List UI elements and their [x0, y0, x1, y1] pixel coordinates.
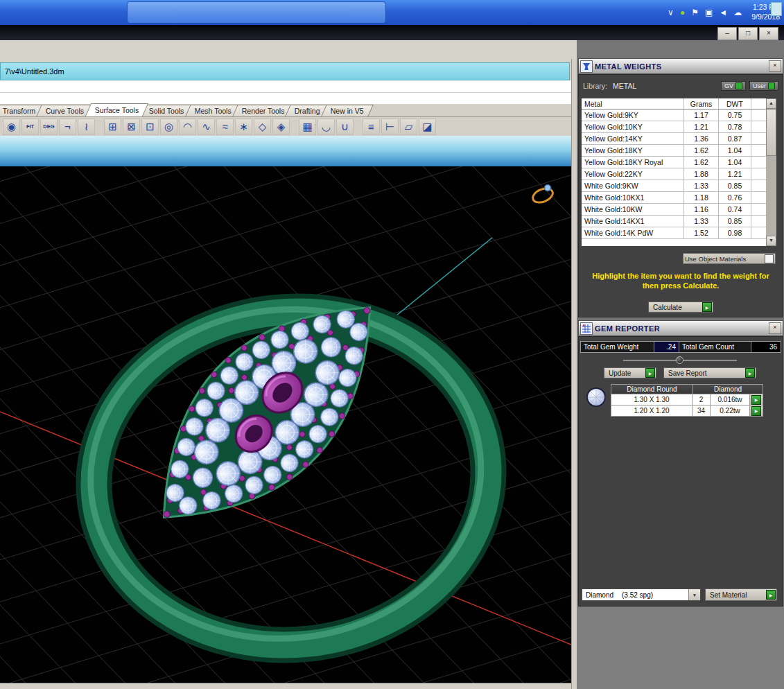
- taskbar-app-button[interactable]: [127, 1, 386, 24]
- metal-table-row[interactable]: White Gold:14KX1 1.33 0.85: [582, 216, 766, 227]
- set-material-arrow-icon[interactable]: ▶: [766, 590, 776, 600]
- gem-reporter-close-icon[interactable]: ×: [769, 322, 781, 334]
- minimize-button[interactable]: –: [717, 27, 737, 40]
- gem-count: 2: [692, 394, 711, 405]
- fillet-surface-icon[interactable]: ◡: [317, 119, 335, 135]
- sweep-one-rail-icon[interactable]: ∿: [198, 119, 215, 135]
- use-object-materials-control[interactable]: Use Object Materials: [683, 253, 776, 264]
- metal-grams: 1.21: [684, 121, 719, 132]
- save-report-button[interactable]: Save Report ▶: [663, 367, 756, 378]
- viewport-canvas[interactable]: [0, 166, 571, 683]
- blend-surface-icon[interactable]: ∪: [336, 119, 354, 135]
- cloud-icon[interactable]: ☁: [733, 8, 742, 17]
- smash-surface-icon[interactable]: ◪: [419, 119, 436, 135]
- slider-knob[interactable]: [676, 356, 683, 364]
- tab-label: Curve Tools: [46, 107, 84, 115]
- save-report-arrow-icon[interactable]: ▶: [745, 368, 755, 378]
- metal-dwt: 0.87: [719, 133, 751, 144]
- restore-button[interactable]: □: [738, 27, 758, 40]
- tab-label: Render Tools: [241, 107, 284, 115]
- flag-icon[interactable]: ⚑: [691, 8, 699, 17]
- volume-icon[interactable]: ◄: [719, 8, 727, 17]
- tab-render-tools[interactable]: Render Tools: [232, 105, 294, 116]
- tab-label: Mesh Tools: [195, 107, 232, 115]
- close-button[interactable]: ×: [759, 27, 778, 40]
- corner-points-surface-icon[interactable]: ⊡: [141, 119, 159, 135]
- gem-reporter-header[interactable]: GEM REPORTER ×: [578, 320, 783, 336]
- adjust-end-bulge-icon[interactable]: ¬: [59, 119, 76, 135]
- sweep-two-rails-icon[interactable]: ≈: [216, 119, 234, 135]
- metal-weights-table: Metal Grams DWT Yellow Gold:9KY 1.17 0.7…: [582, 98, 776, 246]
- metal-table-row[interactable]: White Gold:9KW 1.33 0.85: [582, 180, 766, 192]
- calculate-arrow-icon[interactable]: ▶: [702, 302, 712, 312]
- gem-table-row[interactable]: 1.20 X 1.20 34 0.22tw ▶: [611, 405, 763, 417]
- fit-curve-icon[interactable]: FIT: [21, 119, 39, 135]
- viewport-bottom-strip: [0, 683, 571, 689]
- metal-table-row[interactable]: Yellow Gold:18KY 1.62 1.04: [582, 145, 766, 157]
- metal-table-row[interactable]: Yellow Gold:10KY 1.21 0.78: [582, 121, 766, 133]
- metal-grams: 1.88: [684, 168, 719, 180]
- metal-table-row[interactable]: Yellow Gold:14KY 1.36 0.87: [582, 133, 766, 145]
- update-arrow-icon[interactable]: ▶: [645, 368, 655, 378]
- metal-table-scrollbar[interactable]: ▲ ▼: [766, 98, 776, 246]
- surface-from-points-icon[interactable]: ⊞: [104, 119, 121, 135]
- offset-surface-icon[interactable]: ≡: [363, 119, 380, 135]
- status-green-icon[interactable]: ●: [680, 8, 685, 17]
- gv-library-button[interactable]: GV: [721, 81, 746, 91]
- loft-icon[interactable]: ◠: [179, 119, 196, 135]
- record-history-icon[interactable]: ◉: [3, 119, 20, 135]
- gem-size-slider[interactable]: [623, 356, 737, 365]
- metal-table-row[interactable]: White Gold:10KW 1.16 0.74: [582, 204, 766, 216]
- heightfield-icon[interactable]: ▦: [299, 119, 316, 135]
- tab-new-in-v5[interactable]: New in V5: [321, 105, 373, 116]
- revolve-icon[interactable]: ◎: [160, 119, 177, 135]
- extend-surface-icon[interactable]: ⊢: [381, 119, 399, 135]
- material-dropdown-icon[interactable]: ▼: [688, 589, 700, 600]
- network-surface-icon[interactable]: ∗: [235, 119, 252, 135]
- set-material-button[interactable]: Set Material ▶: [705, 588, 777, 601]
- adjust-seam-icon[interactable]: ≀: [78, 119, 95, 135]
- update-button[interactable]: Update ▶: [604, 367, 656, 378]
- col-dwt: DWT: [719, 98, 751, 109]
- window-controls: –□×: [717, 27, 778, 40]
- use-object-materials-checkbox[interactable]: [765, 254, 774, 263]
- gem-table-row[interactable]: 1.30 X 1.30 2 0.016tw ▶: [611, 394, 763, 405]
- display-icon[interactable]: ▣: [705, 8, 713, 17]
- gem-reporter-title: GEM REPORTER: [595, 324, 767, 333]
- metal-name: White Gold:14K PdW: [582, 227, 684, 238]
- tab-surface-tools[interactable]: Surface Tools: [85, 103, 148, 116]
- titlebar-scroll-button[interactable]: [771, 2, 782, 16]
- gem-row-arrow-icon[interactable]: ▶: [751, 406, 761, 416]
- metal-table-row[interactable]: White Gold:14K PdW 1.52 0.98: [582, 227, 766, 239]
- scroll-thumb[interactable]: [766, 109, 776, 156]
- metal-table-row[interactable]: Yellow Gold:9KY 1.17 0.75: [582, 110, 766, 121]
- total-gem-weight-value: .24: [654, 342, 679, 352]
- chevron-down-icon[interactable]: ∨: [668, 8, 674, 17]
- gem-row-action-button[interactable]: ▶: [750, 394, 763, 405]
- patch-icon[interactable]: ◇: [254, 119, 271, 135]
- metal-table-row[interactable]: Yellow Gold:18KY Royal 1.62 1.04: [582, 157, 766, 168]
- user-library-button[interactable]: User: [749, 81, 778, 91]
- scroll-down-icon[interactable]: ▼: [766, 236, 776, 246]
- calculate-button[interactable]: Calculate ▶: [648, 302, 713, 313]
- material-select[interactable]: Diamond (3.52 spg) ▼: [582, 588, 701, 601]
- unroll-surface-icon[interactable]: ▱: [400, 119, 417, 135]
- metal-dwt: 0.76: [719, 192, 751, 203]
- metal-weights-close-icon[interactable]: ×: [769, 60, 781, 72]
- metal-dwt: 1.21: [719, 168, 751, 180]
- document-title: 7\v4\Untitled.3dm: [5, 67, 64, 76]
- drape-icon[interactable]: ◈: [272, 119, 290, 135]
- gem-row-arrow-icon[interactable]: ▶: [751, 395, 761, 405]
- total-gem-weight-label: Total Gem Weight: [581, 342, 654, 352]
- command-divider: [0, 92, 571, 93]
- gem-row-action-button[interactable]: ▶: [750, 405, 763, 416]
- change-degree-icon[interactable]: DEG: [40, 119, 58, 135]
- gem-size: 1.20 X 1.20: [611, 405, 692, 416]
- metal-dwt: 0.85: [719, 216, 751, 227]
- metal-table-row[interactable]: White Gold:10KX1 1.18 0.76: [582, 192, 766, 204]
- metal-table-row[interactable]: Yellow Gold:22KY 1.88 1.21: [582, 168, 766, 180]
- scroll-up-icon[interactable]: ▲: [766, 98, 776, 109]
- metal-weights-header[interactable]: METAL WEIGHTS ×: [578, 58, 783, 74]
- surface-from-edges-icon[interactable]: ⊠: [123, 119, 140, 135]
- viewport-3d[interactable]: [0, 166, 571, 683]
